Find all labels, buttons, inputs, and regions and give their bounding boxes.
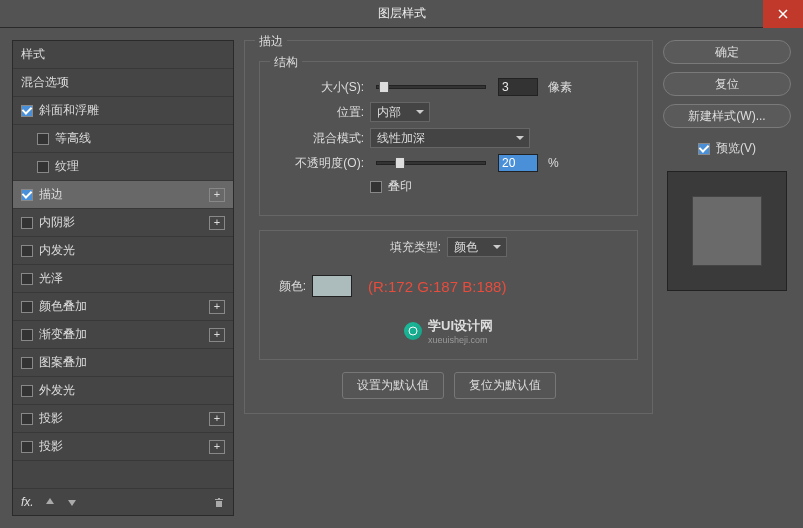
sidebar-spacer	[13, 461, 233, 489]
add-effect-button[interactable]: +	[209, 216, 225, 230]
rgb-annotation: (R:172 G:187 B:188)	[368, 278, 506, 295]
preview-checkbox[interactable]	[698, 143, 710, 155]
fill-type-select[interactable]: 颜色	[447, 237, 507, 257]
opacity-unit: %	[548, 156, 559, 170]
sidebar-checkbox[interactable]	[21, 357, 33, 369]
trash-icon[interactable]	[213, 496, 225, 508]
svg-point-0	[409, 327, 417, 335]
sidebar-footer: fx.	[13, 489, 233, 515]
fill-fieldset: 填充类型: 颜色 颜色: (R:172 G:187 B:188) 学UI设计网 …	[259, 230, 638, 360]
ok-button[interactable]: 确定	[663, 40, 791, 64]
color-label: 颜色:	[274, 278, 306, 295]
sidebar-item-label: 光泽	[39, 270, 63, 287]
sidebar-item-0[interactable]: 斜面和浮雕	[13, 97, 233, 125]
size-input[interactable]	[498, 78, 538, 96]
fill-type-label: 填充类型:	[390, 239, 441, 256]
add-effect-button[interactable]: +	[209, 440, 225, 454]
add-effect-button[interactable]: +	[209, 188, 225, 202]
sidebar-item-label: 内发光	[39, 242, 75, 259]
position-select[interactable]: 内部	[370, 102, 430, 122]
right-panel: 确定 复位 新建样式(W)... 预览(V)	[663, 40, 791, 516]
sidebar-item-label: 斜面和浮雕	[39, 102, 99, 119]
opacity-slider-thumb[interactable]	[395, 157, 405, 169]
sidebar-checkbox[interactable]	[37, 133, 49, 145]
sidebar-item-1[interactable]: 等高线	[13, 125, 233, 153]
overprint-checkbox[interactable]	[370, 181, 382, 193]
preview-swatch	[692, 196, 762, 266]
preview-box	[667, 171, 787, 291]
structure-fieldset: 结构 大小(S): 像素 位置: 内部 混合模式: 线性加深 不透明度(O):	[259, 61, 638, 216]
size-label: 大小(S):	[274, 79, 364, 96]
main-panel: 描边 结构 大小(S): 像素 位置: 内部 混合模式: 线性加深	[244, 40, 653, 516]
sidebar-item-label: 等高线	[55, 130, 91, 147]
sidebar-checkbox[interactable]	[21, 385, 33, 397]
position-label: 位置:	[274, 104, 364, 121]
sidebar-item-9[interactable]: 图案叠加	[13, 349, 233, 377]
sidebar-item-12[interactable]: 投影+	[13, 433, 233, 461]
sidebar-item-label: 投影	[39, 410, 63, 427]
sidebar-item-label: 投影	[39, 438, 63, 455]
size-unit: 像素	[548, 79, 572, 96]
arrow-down-icon[interactable]	[66, 496, 78, 508]
sidebar-checkbox[interactable]	[21, 105, 33, 117]
color-swatch[interactable]	[312, 275, 352, 297]
close-button[interactable]	[763, 0, 803, 28]
watermark: 学UI设计网 xueuisheji.com	[274, 317, 623, 345]
opacity-input[interactable]	[498, 154, 538, 172]
sidebar-checkbox[interactable]	[21, 245, 33, 257]
sidebar-item-label: 外发光	[39, 382, 75, 399]
sidebar-item-label: 渐变叠加	[39, 326, 87, 343]
sidebar-item-label: 图案叠加	[39, 354, 87, 371]
structure-legend: 结构	[270, 54, 302, 71]
opacity-slider[interactable]	[376, 161, 486, 165]
sidebar-item-label: 颜色叠加	[39, 298, 87, 315]
add-effect-button[interactable]: +	[209, 300, 225, 314]
sidebar-checkbox[interactable]	[21, 273, 33, 285]
sidebar-item-10[interactable]: 外发光	[13, 377, 233, 405]
sidebar-item-8[interactable]: 渐变叠加+	[13, 321, 233, 349]
reset-button[interactable]: 复位	[663, 72, 791, 96]
new-style-button[interactable]: 新建样式(W)...	[663, 104, 791, 128]
blend-mode-label: 混合模式:	[274, 130, 364, 147]
sidebar-checkbox[interactable]	[21, 329, 33, 341]
size-slider-thumb[interactable]	[379, 81, 389, 93]
opacity-label: 不透明度(O):	[274, 155, 364, 172]
watermark-text: 学UI设计网	[428, 317, 493, 335]
sidebar-item-5[interactable]: 内发光	[13, 237, 233, 265]
sidebar-checkbox[interactable]	[21, 217, 33, 229]
preview-label: 预览(V)	[716, 140, 756, 157]
sidebar-item-7[interactable]: 颜色叠加+	[13, 293, 233, 321]
titlebar: 图层样式	[0, 0, 803, 28]
add-effect-button[interactable]: +	[209, 328, 225, 342]
watermark-icon	[404, 322, 422, 340]
close-icon	[778, 9, 788, 19]
sidebar-blending-header[interactable]: 混合选项	[13, 69, 233, 97]
fx-icon[interactable]: fx.	[21, 495, 34, 509]
window-title: 图层样式	[378, 5, 426, 22]
sidebar-item-6[interactable]: 光泽	[13, 265, 233, 293]
reset-default-button[interactable]: 复位为默认值	[454, 372, 556, 399]
sidebar-checkbox[interactable]	[21, 413, 33, 425]
stroke-fieldset: 描边 结构 大小(S): 像素 位置: 内部 混合模式: 线性加深	[244, 40, 653, 414]
overprint-label: 叠印	[388, 178, 412, 195]
add-effect-button[interactable]: +	[209, 412, 225, 426]
sidebar-styles-header[interactable]: 样式	[13, 41, 233, 69]
set-default-button[interactable]: 设置为默认值	[342, 372, 444, 399]
styles-sidebar: 样式 混合选项 斜面和浮雕等高线纹理描边+内阴影+内发光光泽颜色叠加+渐变叠加+…	[12, 40, 234, 516]
sidebar-item-label: 描边	[39, 186, 63, 203]
arrow-up-icon[interactable]	[44, 496, 56, 508]
sidebar-item-4[interactable]: 内阴影+	[13, 209, 233, 237]
sidebar-item-2[interactable]: 纹理	[13, 153, 233, 181]
sidebar-item-11[interactable]: 投影+	[13, 405, 233, 433]
sidebar-item-3[interactable]: 描边+	[13, 181, 233, 209]
sidebar-checkbox[interactable]	[21, 441, 33, 453]
sidebar-checkbox[interactable]	[37, 161, 49, 173]
watermark-sub: xueuisheji.com	[428, 335, 493, 345]
sidebar-checkbox[interactable]	[21, 301, 33, 313]
sidebar-item-label: 内阴影	[39, 214, 75, 231]
stroke-legend: 描边	[255, 33, 287, 50]
size-slider[interactable]	[376, 85, 486, 89]
sidebar-checkbox[interactable]	[21, 189, 33, 201]
blend-mode-select[interactable]: 线性加深	[370, 128, 530, 148]
sidebar-item-label: 纹理	[55, 158, 79, 175]
